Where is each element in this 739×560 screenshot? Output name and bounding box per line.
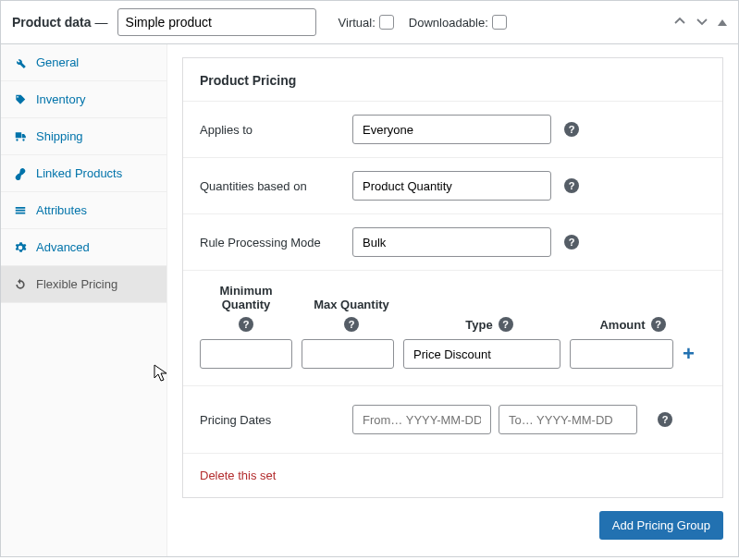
mode-select[interactable]: Bulk	[352, 227, 551, 257]
sidebar-item-flexible-pricing[interactable]: Flexible Pricing	[1, 266, 166, 303]
header-reorder-icons	[673, 15, 727, 30]
main-content: Product Pricing Applies to Everyone ? Qu…	[167, 44, 738, 556]
add-pricing-group-button[interactable]: Add Pricing Group	[599, 511, 723, 540]
quantity-rule-row: Minimum Quantity ? Max Quantity ? Type ?	[183, 270, 722, 385]
list-icon	[14, 204, 27, 217]
cursor-icon	[154, 364, 168, 383]
help-icon[interactable]: ?	[239, 317, 253, 332]
sidebar: General Inventory Shipping Linked Produc…	[1, 44, 167, 556]
help-icon[interactable]: ?	[344, 317, 359, 332]
product-data-panel: Product data — Simple product Virtual: D…	[0, 0, 739, 557]
help-icon[interactable]: ?	[651, 317, 666, 332]
min-qty-input[interactable]	[200, 339, 292, 369]
type-select[interactable]: Price Discount	[403, 339, 560, 369]
sidebar-item-shipping[interactable]: Shipping	[1, 118, 166, 155]
sidebar-item-label: Inventory	[36, 92, 85, 106]
help-icon[interactable]: ?	[499, 317, 513, 332]
product-type-select[interactable]: Simple product	[117, 8, 316, 36]
help-icon[interactable]: ?	[564, 178, 579, 193]
add-row-icon[interactable]: +	[683, 342, 695, 366]
collapse-icon[interactable]	[718, 19, 727, 26]
virtual-label[interactable]: Virtual:	[339, 15, 394, 30]
sidebar-item-label: Advanced	[36, 240, 90, 254]
col-max-header: Max Quantity ?	[305, 298, 398, 332]
panel-body: General Inventory Shipping Linked Produc…	[1, 44, 738, 556]
sidebar-item-label: Flexible Pricing	[36, 277, 117, 291]
gear-icon	[14, 241, 27, 254]
card-footer: Add Pricing Group	[182, 498, 723, 543]
link-icon	[14, 167, 27, 180]
sidebar-item-label: General	[36, 55, 79, 69]
applies-to-select[interactable]: Everyone	[352, 115, 551, 144]
sidebar-item-attributes[interactable]: Attributes	[1, 192, 166, 229]
pricing-card: Product Pricing Applies to Everyone ? Qu…	[182, 57, 723, 498]
col-amount-header: Amount ?	[581, 317, 684, 332]
applies-to-row: Applies to Everyone ?	[183, 101, 722, 157]
max-qty-input[interactable]	[302, 339, 394, 369]
qty-based-row: Quantities based on Product Quantity ?	[183, 157, 722, 213]
mode-row: Rule Processing Mode Bulk ?	[183, 213, 722, 270]
tag-icon	[14, 93, 27, 106]
sidebar-item-label: Shipping	[36, 129, 83, 143]
delete-set-link[interactable]: Delete this set	[183, 453, 722, 497]
help-icon[interactable]: ?	[564, 122, 579, 137]
refresh-icon	[14, 278, 27, 291]
sidebar-item-inventory[interactable]: Inventory	[1, 81, 166, 118]
downloadable-checkbox[interactable]	[492, 15, 507, 30]
dates-label: Pricing Dates	[200, 413, 352, 427]
from-date-input[interactable]	[352, 405, 491, 434]
truck-icon	[14, 130, 27, 143]
col-type-header: Type ?	[411, 317, 568, 332]
applies-to-label: Applies to	[200, 123, 352, 137]
sidebar-item-general[interactable]: General	[1, 44, 166, 81]
sidebar-item-advanced[interactable]: Advanced	[1, 229, 166, 266]
qty-based-select[interactable]: Product Quantity	[352, 171, 551, 201]
sidebar-item-linked[interactable]: Linked Products	[1, 155, 166, 192]
sidebar-item-label: Attributes	[36, 203, 87, 217]
sidebar-item-label: Linked Products	[36, 166, 122, 180]
header-checkboxes: Virtual: Downloadable:	[339, 15, 507, 30]
col-min-header: Minimum Quantity ?	[200, 284, 292, 332]
wrench-icon	[14, 56, 27, 69]
panel-header: Product data — Simple product Virtual: D…	[1, 1, 738, 44]
qty-based-label: Quantities based on	[200, 179, 352, 193]
downloadable-label[interactable]: Downloadable:	[409, 15, 507, 30]
virtual-checkbox[interactable]	[379, 15, 394, 30]
amount-input[interactable]	[570, 339, 673, 369]
dates-row: Pricing Dates ?	[183, 385, 722, 453]
move-down-icon[interactable]	[696, 15, 708, 30]
pricing-title: Product Pricing	[183, 58, 722, 101]
move-up-icon[interactable]	[673, 15, 686, 30]
help-icon[interactable]: ?	[658, 412, 672, 427]
to-date-input[interactable]	[499, 405, 637, 434]
header-label: Product data	[12, 15, 92, 30]
mode-label: Rule Processing Mode	[200, 236, 352, 250]
header-dash: —	[95, 15, 108, 30]
help-icon[interactable]: ?	[564, 235, 579, 250]
